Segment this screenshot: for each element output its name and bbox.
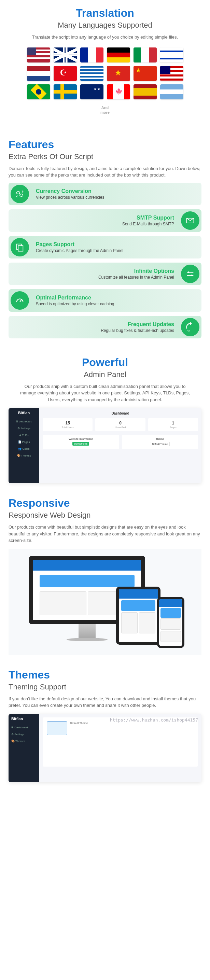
nav-item: ⊞ Dashboard bbox=[8, 418, 39, 425]
responsive-desc: Our products come with beautiful but sim… bbox=[8, 524, 202, 544]
powerful-title: Powerful bbox=[8, 356, 202, 369]
flag-my bbox=[160, 66, 183, 81]
feature-title: SMTP Support bbox=[122, 215, 174, 221]
svg-point-4 bbox=[191, 275, 192, 276]
features-desc: Domain Tools is fully-featured by design… bbox=[8, 165, 202, 178]
themes-subtitle: Theming Support bbox=[8, 682, 202, 692]
feature-pages: Pages Support Create dynamic Pages throu… bbox=[8, 236, 202, 258]
nav-item: 👥 Users bbox=[8, 446, 39, 452]
more-line2: more bbox=[100, 110, 110, 115]
nav-item: ⚙ Settings bbox=[8, 732, 39, 737]
more-line1: And bbox=[102, 105, 108, 110]
responsive-section: Responsive Responsive Web Design Our pro… bbox=[0, 490, 210, 662]
svg-rect-2 bbox=[18, 245, 23, 251]
gauge-icon bbox=[11, 291, 29, 310]
admin-header: Dashboard bbox=[43, 412, 198, 415]
themes-title: Themes bbox=[8, 668, 202, 681]
feature-title: Pages Support bbox=[36, 242, 123, 248]
nav-item: ⊞ Dashboard bbox=[8, 725, 39, 730]
responsive-subtitle: Responsive Web Design bbox=[8, 511, 202, 520]
themes-screenshot: Bitflan ⊞ Dashboard ⚙ Settings 🎨 Themes … bbox=[8, 714, 202, 782]
badge: Default Theme bbox=[150, 442, 170, 446]
refresh-icon bbox=[181, 318, 199, 336]
nav-item: ◈ TLDs bbox=[8, 432, 39, 438]
admin-logo: Bitflan bbox=[8, 408, 39, 418]
sliders-icon bbox=[181, 265, 199, 283]
phone-device bbox=[157, 597, 185, 648]
feature-sub: Create dynamic Pages through the Admin P… bbox=[36, 248, 123, 253]
feature-updates: Frequent Updates Regular bug fixes & fea… bbox=[8, 316, 202, 338]
watermark: https://www.huzhan.com/ishop44157 bbox=[110, 718, 198, 722]
responsive-title: Responsive bbox=[8, 497, 202, 509]
powerful-subtitle: Admin Panel bbox=[8, 370, 202, 379]
feature-options: Infinite Options Customize all features … bbox=[8, 262, 202, 285]
flag-nl bbox=[27, 66, 50, 81]
badge: Domaintools bbox=[72, 442, 89, 445]
stat-card: 1Pages bbox=[148, 418, 198, 431]
flag-au bbox=[80, 84, 103, 99]
nav-item: 📄 Pages bbox=[8, 439, 39, 445]
flag-it bbox=[134, 48, 157, 62]
features-section: Features Extra Perks Of Our Script Domai… bbox=[0, 132, 210, 349]
powerful-desc: Our products ship with a custom built cl… bbox=[20, 383, 191, 403]
flag-us bbox=[27, 48, 50, 62]
feature-sub: Regular bug fixes & feature-rich updates bbox=[101, 328, 174, 333]
nav-item: ⚙ Settings bbox=[8, 425, 39, 431]
responsive-mockup bbox=[8, 549, 202, 655]
mail-icon bbox=[181, 212, 199, 230]
admin-logo: Bitflan bbox=[8, 714, 39, 724]
flag-il bbox=[160, 48, 183, 62]
flag-fr bbox=[80, 48, 103, 62]
feature-title: Infinite Options bbox=[98, 268, 174, 274]
flag-de bbox=[107, 48, 130, 62]
feature-title: Currency Conversion bbox=[36, 188, 105, 194]
feature-smtp: SMTP Support Send E-Mails through SMTP bbox=[8, 209, 202, 232]
nav-item: 🎨 Themes bbox=[8, 453, 39, 458]
translation-desc: Translate the script into any language o… bbox=[20, 34, 191, 41]
flag-uk bbox=[54, 48, 77, 62]
feature-title: Optimal Performance bbox=[36, 295, 114, 301]
admin-screenshot: Bitflan ⊞ Dashboard ⚙ Settings ◈ TLDs 📄 … bbox=[8, 408, 202, 483]
flag-se bbox=[54, 84, 77, 99]
admin-sidebar: Bitflan ⊞ Dashboard ⚙ Settings 🎨 Themes bbox=[8, 714, 39, 782]
tablet-device bbox=[116, 587, 161, 645]
flag-es bbox=[134, 84, 157, 99]
flag-ca bbox=[107, 84, 130, 99]
feature-sub: Send E-Mails through SMTP bbox=[122, 222, 174, 226]
feature-sub: Customize all features in the Admin Pane… bbox=[98, 275, 174, 280]
flag-ar bbox=[160, 84, 183, 99]
translation-section: Translation Many Languages Supported Tra… bbox=[0, 0, 210, 132]
flag-more: And more bbox=[94, 103, 117, 118]
currency-icon bbox=[11, 185, 29, 203]
flag-vn bbox=[107, 66, 130, 81]
feature-performance: Optimal Performance Speed is optimized b… bbox=[8, 289, 202, 312]
flag-gr bbox=[80, 66, 103, 81]
translation-title: Translation bbox=[8, 7, 202, 19]
features-subtitle: Extra Perks Of Our Script bbox=[8, 152, 202, 161]
info-box: Website Information Domaintools bbox=[43, 435, 119, 449]
feature-sub: View prices across various currencies bbox=[36, 195, 105, 200]
flags-grid: And more bbox=[23, 48, 187, 118]
feature-title: Frequent Updates bbox=[101, 321, 174, 328]
flag-cn bbox=[134, 66, 157, 81]
feature-currency: Currency Conversion View prices across v… bbox=[8, 183, 202, 205]
translation-subtitle: Many Languages Supported bbox=[8, 21, 202, 30]
themes-desc: If you don't like the default design of … bbox=[8, 695, 202, 709]
stat-card: 15Total Users bbox=[43, 418, 92, 431]
stat-card: 0Unverified bbox=[95, 418, 145, 431]
feature-sub: Speed is optimized by using clever cachi… bbox=[36, 302, 114, 306]
powerful-section: Powerful Admin Panel Our products ship w… bbox=[0, 349, 210, 490]
flag-br bbox=[27, 84, 50, 99]
features-title: Features bbox=[8, 138, 202, 151]
themes-section: Themes Theming Support If you don't like… bbox=[0, 662, 210, 789]
theme-box: Theme Default Theme bbox=[122, 435, 198, 449]
nav-item: 🎨 Themes bbox=[8, 738, 39, 744]
flag-tr bbox=[54, 66, 77, 81]
svg-point-3 bbox=[188, 272, 189, 273]
pages-icon bbox=[11, 238, 29, 256]
admin-sidebar: Bitflan ⊞ Dashboard ⚙ Settings ◈ TLDs 📄 … bbox=[8, 408, 39, 483]
admin-main: Default Theme bbox=[39, 714, 202, 782]
admin-main: Dashboard 15Total Users 0Unverified 1Pag… bbox=[39, 408, 202, 483]
